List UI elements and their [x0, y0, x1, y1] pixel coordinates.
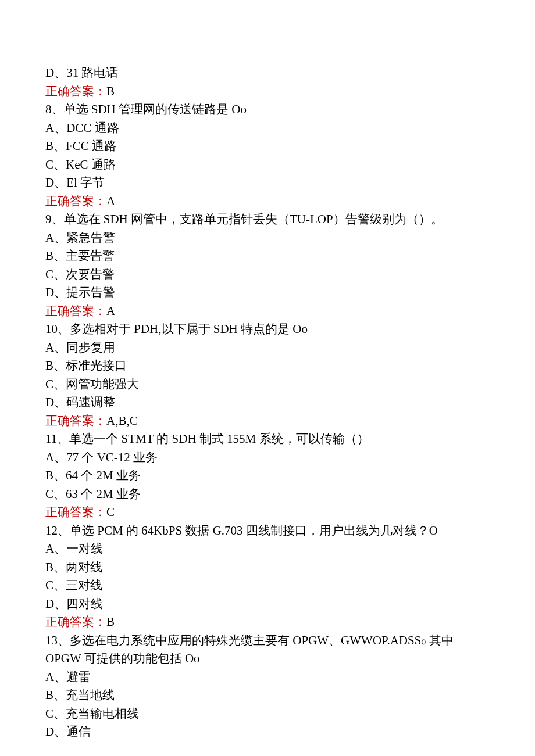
option-text: C、充当输电相线: [45, 705, 490, 723]
answer-label: 正确答案：: [45, 615, 106, 629]
option-text: B、主要告警: [45, 247, 490, 266]
option-text: B、FCC 通路: [45, 137, 490, 156]
option-text: B、充当地线: [45, 686, 490, 705]
option-text: D、31 路电话: [45, 64, 490, 83]
answer-value: B: [106, 615, 115, 629]
option-text: D、码速调整: [45, 393, 490, 412]
answer-line: 正确答案：A,B,C: [45, 412, 490, 431]
answer-label: 正确答案：: [45, 304, 106, 318]
answer-line: 正确答案：B: [45, 83, 490, 101]
document-page: D、31 路电话 正确答案：B 8、单选 SDH 管理网的传送链路是 Oo A、…: [0, 0, 535, 756]
question-text: 8、单选 SDH 管理网的传送链路是 Oo: [45, 101, 490, 119]
answer-line: 正确答案：C: [45, 503, 490, 522]
option-text: C、网管功能强大: [45, 375, 490, 394]
option-text: B、64 个 2M 业务: [45, 467, 490, 485]
answer-label: 正确答案：: [45, 505, 106, 519]
answer-label: 正确答案：: [45, 84, 106, 98]
answer-line: 正确答案：A: [45, 192, 490, 211]
question-text: 10、多选相对于 PDH,以下属于 SDH 特点的是 Oo: [45, 320, 490, 339]
option-text: A、避雷: [45, 668, 490, 687]
option-text: A、同步复用: [45, 339, 490, 357]
option-text: A、77 个 VC-12 业务: [45, 449, 490, 467]
option-text: C、次要告警: [45, 266, 490, 284]
answer-line: 正确答案：B: [45, 613, 490, 632]
option-text: A、DCC 通路: [45, 119, 490, 138]
answer-value: A,B,C: [106, 414, 138, 428]
option-text: D、提示告警: [45, 284, 490, 302]
question-text: 13、多选在电力系统中应用的特殊光缆主要有 OPGW、GWWOP.ADSS₀ 其…: [45, 632, 490, 668]
question-text: 11、单选一个 STMT 的 SDH 制式 155M 系统，可以传输（）: [45, 430, 490, 449]
question-text: 9、单选在 SDH 网管中，支路单元指针丢失（TU-LOP）告警级别为（）。: [45, 210, 490, 229]
option-text: A、一对线: [45, 540, 490, 558]
answer-line: 正确答案：A: [45, 302, 490, 321]
answer-label: 正确答案：: [45, 414, 106, 428]
answer-value: B: [106, 84, 115, 98]
option-text: D、通信: [45, 723, 490, 741]
option-text: C、63 个 2M 业务: [45, 485, 490, 504]
option-text: C、三对线: [45, 576, 490, 595]
option-text: A、紧急告警: [45, 229, 490, 248]
answer-label: 正确答案：: [45, 194, 106, 208]
answer-value: C: [106, 505, 115, 519]
answer-value: A: [106, 304, 115, 318]
option-text: D、El 字节: [45, 174, 490, 192]
question-text: 12、单选 PCM 的 64KbPS 数据 G.703 四线制接口，用户出线为几…: [45, 522, 490, 540]
option-text: B、两对线: [45, 558, 490, 577]
option-text: D、四对线: [45, 595, 490, 614]
option-text: C、KeC 通路: [45, 156, 490, 174]
option-text: B、标准光接口: [45, 357, 490, 375]
answer-value: A: [106, 194, 115, 208]
